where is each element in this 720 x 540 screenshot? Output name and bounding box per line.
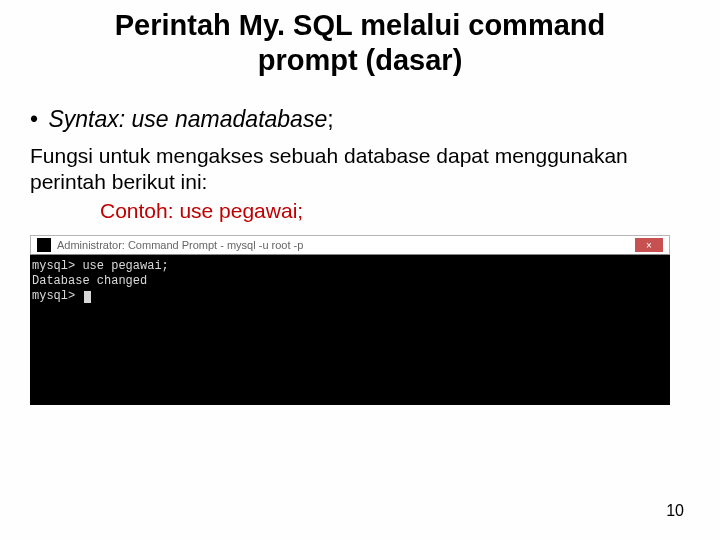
- close-icon[interactable]: ×: [635, 238, 663, 252]
- title-line-1: Perintah My. SQL melalui command: [115, 9, 605, 41]
- page-number: 10: [666, 502, 684, 520]
- terminal-titlebar: Administrator: Command Prompt - mysql -u…: [30, 235, 670, 255]
- syntax-semicolon: ;: [327, 106, 333, 132]
- syntax-text: Syntax: use namadatabase: [48, 106, 327, 132]
- terminal-line-1: mysql> use pegawai;: [32, 259, 169, 273]
- slide-title: Perintah My. SQL melalui command prompt …: [0, 8, 720, 78]
- terminal-line-3: mysql>: [32, 289, 82, 303]
- terminal-window: Administrator: Command Prompt - mysql -u…: [30, 235, 670, 405]
- title-line-2: prompt (dasar): [258, 44, 463, 76]
- example-text: Contoh: use pegawai;: [0, 199, 720, 223]
- terminal-line-2: Database changed: [32, 274, 147, 288]
- cursor-icon: [84, 291, 91, 303]
- bullet-dot: •: [30, 106, 38, 133]
- description-text: Fungsi untuk mengakses sebuah database d…: [0, 143, 720, 196]
- terminal-body: mysql> use pegawai; Database changed mys…: [30, 255, 670, 405]
- cmd-icon: [37, 238, 51, 252]
- terminal-title-text: Administrator: Command Prompt - mysql -u…: [57, 239, 635, 251]
- syntax-bullet: • Syntax: use namadatabase;: [0, 106, 720, 133]
- slide: Perintah My. SQL melalui command prompt …: [0, 0, 720, 540]
